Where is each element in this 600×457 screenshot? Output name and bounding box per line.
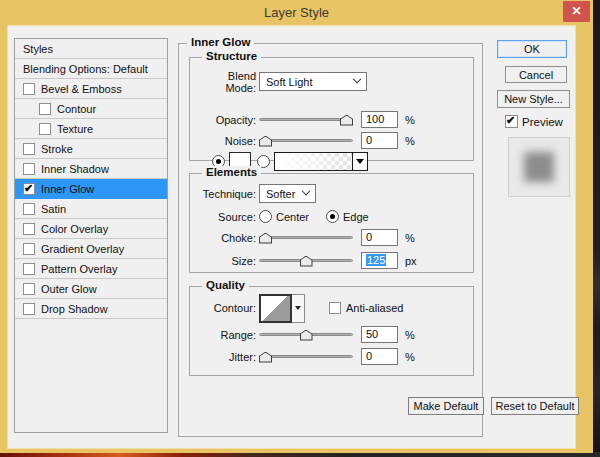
jitter-label: Jitter:	[199, 351, 256, 363]
panel-title: Inner Glow	[187, 36, 254, 48]
style-checkbox[interactable]	[39, 123, 51, 135]
style-checkbox[interactable]	[23, 243, 35, 255]
choke-row: Choke: 0 %	[199, 228, 415, 247]
titlebar[interactable]: Layer Style ✕	[0, 0, 593, 26]
range-value: 50	[366, 328, 378, 340]
jitter-row: Jitter: 0 %	[199, 347, 415, 366]
triangle-down-icon	[356, 159, 364, 164]
jitter-value-field[interactable]: 0	[361, 348, 398, 365]
cancel-button[interactable]: Cancel	[505, 66, 567, 83]
sidebar-item-label: Contour	[57, 103, 96, 115]
source-center-radio[interactable]	[259, 210, 272, 223]
size-value-field[interactable]: 125	[361, 252, 398, 269]
style-checkbox[interactable]	[39, 103, 51, 115]
choke-value: 0	[366, 231, 372, 243]
sidebar-item-label: Satin	[41, 203, 66, 215]
jitter-unit: %	[405, 351, 415, 363]
sidebar-item-gradient-overlay[interactable]: Gradient Overlay	[15, 239, 167, 259]
reset-to-default-button[interactable]: Reset to Default	[491, 397, 579, 415]
sidebar-item-outer-glow[interactable]: Outer Glow	[15, 279, 167, 299]
jitter-value: 0	[366, 350, 372, 362]
source-label: Source:	[199, 211, 256, 223]
chevron-down-icon	[353, 74, 361, 82]
jitter-slider[interactable]	[259, 348, 353, 366]
sidebar-item-label: Blending Options: Default	[23, 63, 148, 75]
style-checkbox[interactable]	[23, 83, 35, 95]
slider-thumb[interactable]	[259, 352, 272, 363]
technique-select[interactable]: Softer	[259, 184, 316, 203]
opacity-value: 100	[366, 113, 384, 125]
style-checkbox[interactable]	[23, 183, 35, 195]
sidebar-item-inner-shadow[interactable]: Inner Shadow	[15, 159, 167, 179]
sidebar-item-satin[interactable]: Satin	[15, 199, 167, 219]
slider-thumb[interactable]	[259, 136, 272, 147]
noise-value: 0	[366, 134, 372, 146]
contour-label: Contour:	[199, 302, 256, 314]
sidebar-item-label: Stroke	[41, 143, 73, 155]
source-center-option[interactable]: Center	[259, 210, 309, 223]
slider-thumb[interactable]	[300, 256, 313, 267]
source-edge-option[interactable]: Edge	[326, 210, 369, 223]
slider-track	[259, 355, 353, 358]
opacity-unit: %	[405, 114, 415, 126]
technique-label: Technique:	[199, 188, 256, 200]
ok-button[interactable]: OK	[497, 40, 567, 58]
sidebar-item-inner-glow[interactable]: Inner Glow	[15, 179, 167, 199]
style-checkbox[interactable]	[23, 163, 35, 175]
range-value-field[interactable]: 50	[361, 326, 398, 343]
sidebar-item-color-overlay[interactable]: Color Overlay	[15, 219, 167, 239]
sidebar-item-texture[interactable]: Texture	[15, 119, 167, 139]
sidebar-item-pattern-overlay[interactable]: Pattern Overlay	[15, 259, 167, 279]
size-slider[interactable]	[259, 252, 353, 270]
anti-aliased-checkbox[interactable]	[329, 302, 341, 314]
chevron-down-icon	[302, 186, 310, 194]
blend-mode-row: Blend Mode: Soft Light	[199, 72, 367, 91]
style-checkbox[interactable]	[23, 303, 35, 315]
contour-dropdown-button[interactable]	[292, 294, 305, 323]
sidebar-item-styles[interactable]: Styles	[15, 39, 167, 59]
style-checkbox[interactable]	[23, 283, 35, 295]
preview-label: Preview	[522, 116, 563, 128]
choke-slider[interactable]	[259, 229, 353, 247]
choke-value-field[interactable]: 0	[361, 229, 398, 246]
size-unit: px	[405, 255, 417, 267]
slider-track	[259, 118, 353, 121]
sidebar-item-bevel-emboss[interactable]: Bevel & Emboss	[15, 79, 167, 99]
sidebar-item-label: Bevel & Emboss	[41, 83, 122, 95]
dialog-body: StylesBlending Options: DefaultBevel & E…	[8, 26, 575, 448]
sidebar-item-stroke[interactable]: Stroke	[15, 139, 167, 159]
styles-list: StylesBlending Options: DefaultBevel & E…	[14, 38, 168, 433]
make-default-button[interactable]: Make Default	[408, 397, 484, 415]
noise-unit: %	[405, 135, 415, 147]
sidebar-item-contour[interactable]: Contour	[15, 99, 167, 119]
style-checkbox[interactable]	[23, 223, 35, 235]
close-button[interactable]: ✕	[563, 1, 590, 22]
sidebar-item-label: Drop Shadow	[41, 303, 108, 315]
range-slider[interactable]	[259, 326, 353, 344]
close-icon: ✕	[571, 4, 581, 18]
style-checkbox[interactable]	[23, 203, 35, 215]
new-style-button[interactable]: New Style...	[497, 90, 570, 108]
sidebar-item-drop-shadow[interactable]: Drop Shadow	[15, 299, 167, 319]
slider-thumb[interactable]	[340, 115, 353, 126]
preview-checkbox[interactable]	[505, 115, 518, 128]
slider-thumb[interactable]	[300, 330, 313, 341]
source-edge-radio[interactable]	[326, 210, 339, 223]
noise-slider[interactable]	[259, 132, 353, 150]
style-checkbox[interactable]	[23, 263, 35, 275]
contour-picker[interactable]	[259, 294, 292, 323]
noise-value-field[interactable]: 0	[361, 132, 398, 149]
sidebar-item-label: Pattern Overlay	[41, 263, 117, 275]
gradient-picker[interactable]	[274, 152, 368, 171]
blend-mode-select[interactable]: Soft Light	[259, 72, 367, 91]
opacity-value-field[interactable]: 100	[361, 111, 398, 128]
opacity-slider[interactable]	[259, 111, 353, 129]
sidebar-item-label: Outer Glow	[41, 283, 97, 295]
style-checkbox[interactable]	[23, 143, 35, 155]
gradient-dropdown-button[interactable]	[352, 153, 367, 170]
sidebar-item-label: Inner Glow	[41, 183, 94, 195]
sidebar-item-blending-options-default[interactable]: Blending Options: Default	[15, 59, 167, 79]
contour-row: Contour: Anti-aliased	[199, 293, 403, 323]
slider-thumb[interactable]	[259, 233, 272, 244]
desktop-wallpaper-right	[592, 0, 600, 457]
